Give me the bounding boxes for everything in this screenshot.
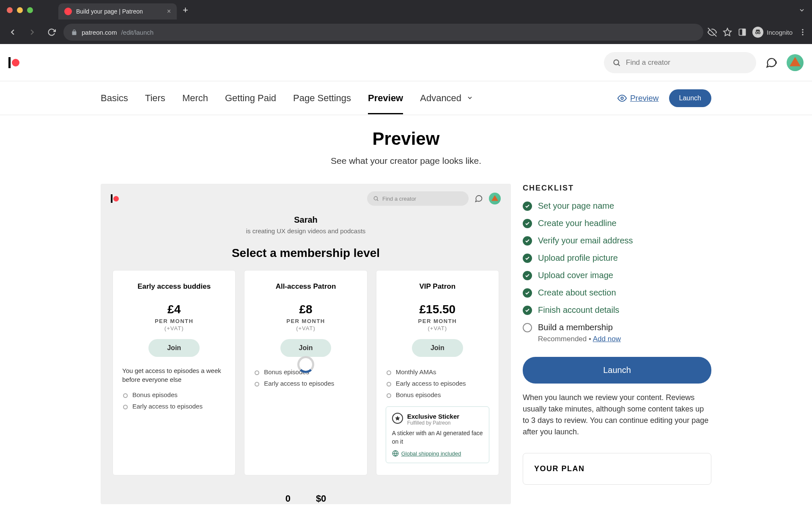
patreon-logo[interactable]	[8, 57, 19, 68]
checklist-label: Create your headline	[538, 218, 617, 228]
tab-preview[interactable]: Preview	[368, 83, 403, 114]
tab-tiers[interactable]: Tiers	[145, 83, 165, 114]
svg-point-12	[374, 196, 377, 200]
patreon-favicon	[64, 8, 72, 15]
checklist-label: Create about section	[538, 288, 616, 298]
svg-point-5	[758, 32, 760, 34]
benefit-item: Early access to episodes	[386, 378, 489, 389]
tier-period: PER MONTH	[254, 318, 357, 324]
empty-circle-icon	[523, 323, 532, 332]
extensions-icon[interactable]	[738, 28, 746, 36]
tabs-dropdown-icon[interactable]	[798, 7, 805, 14]
checklist-item: Set your page name	[523, 201, 711, 211]
check-icon	[523, 236, 532, 246]
star-icon[interactable]	[723, 28, 732, 37]
preview-search[interactable]: Find a creator	[367, 191, 469, 206]
maximize-window-button[interactable]	[27, 7, 33, 13]
browser-chrome: Build your page | Patreon × + patreon.co…	[0, 0, 812, 44]
pending-subtext: Recommended • Add now	[538, 335, 711, 343]
global-shipping-link[interactable]: Global shipping included	[392, 450, 483, 457]
svg-point-7	[802, 31, 803, 33]
tab-advanced[interactable]: Advanced	[420, 83, 473, 114]
menu-icon[interactable]	[798, 28, 807, 36]
check-icon	[523, 219, 532, 228]
search-icon	[373, 196, 379, 202]
preview-link[interactable]: Preview	[617, 94, 659, 103]
page-subtitle: See what your creator page looks like.	[101, 156, 711, 166]
minimize-window-button[interactable]	[17, 7, 23, 13]
svg-point-6	[802, 29, 803, 30]
tab-basics[interactable]: Basics	[101, 83, 128, 114]
tier-period: PER MONTH	[122, 318, 226, 324]
select-membership-title: Select a membership level	[101, 246, 511, 260]
tab-getting-paid[interactable]: Getting Paid	[225, 83, 276, 114]
browser-tab[interactable]: Build your page | Patreon ×	[58, 3, 177, 19]
merch-title: Exclusive Sticker	[407, 413, 459, 420]
preview-panel: Find a creator Sarah is creating UX desi…	[101, 184, 511, 504]
app-header	[0, 44, 812, 81]
incognito-label: Incognito	[767, 29, 793, 36]
svg-point-4	[756, 32, 758, 34]
launch-button-large[interactable]: Launch	[523, 357, 711, 384]
tier-period: PER MONTH	[386, 318, 489, 324]
preview-avatar[interactable]	[489, 193, 501, 204]
svg-rect-3	[743, 29, 746, 36]
user-avatar[interactable]	[787, 54, 804, 71]
preview-messages-icon[interactable]	[475, 194, 483, 203]
back-button[interactable]	[5, 25, 20, 40]
check-icon	[523, 202, 532, 211]
search-icon	[612, 58, 621, 67]
preview-link-label: Preview	[630, 94, 659, 103]
new-tab-button[interactable]: +	[183, 5, 188, 16]
merch-fulfilled: Fulfilled by Patreon	[407, 420, 459, 426]
loading-spinner-icon	[297, 356, 314, 373]
eye-icon	[617, 94, 627, 103]
messages-icon[interactable]	[765, 57, 777, 69]
preview-patreon-logo[interactable]	[111, 194, 119, 203]
join-button[interactable]: Join	[280, 339, 332, 357]
tab-merch[interactable]: Merch	[182, 83, 208, 114]
forward-button[interactable]	[25, 25, 40, 40]
tier-price: £4	[122, 303, 226, 316]
browser-right-icons: Incognito	[708, 27, 807, 38]
benefit-item: Monthly AMAs	[386, 366, 489, 378]
close-window-button[interactable]	[7, 7, 13, 13]
benefit-item: Early access to episodes	[122, 400, 226, 412]
join-button[interactable]: Join	[148, 339, 200, 357]
url-host: patreon.com	[82, 29, 117, 36]
tab-page-settings[interactable]: Page Settings	[293, 83, 351, 114]
checklist-item: Upload cover image	[523, 271, 711, 280]
stat-patrons: 0	[285, 493, 291, 504]
checklist-item: Create your headline	[523, 218, 711, 228]
check-icon	[523, 306, 532, 315]
close-tab-icon[interactable]: ×	[167, 8, 171, 15]
checklist-item: Verify your email address	[523, 236, 711, 246]
check-icon	[523, 254, 532, 263]
titlebar: Build your page | Patreon × +	[0, 0, 812, 20]
checklist-label: Upload profile picture	[538, 253, 618, 263]
url-path: /edit/launch	[121, 29, 154, 36]
tier-description: You get access to episodes a week before…	[122, 366, 226, 384]
add-now-link[interactable]: Add now	[593, 335, 621, 343]
tier-vat: (+VAT)	[386, 325, 489, 331]
merch-box: Exclusive Sticker Fulfilled by Patreon A…	[386, 406, 489, 463]
preview-search-placeholder: Find a creator	[382, 196, 416, 202]
url-field[interactable]: patreon.com/edit/launch	[63, 24, 703, 41]
incognito-icon	[752, 27, 763, 38]
launch-note: When you launch we review your content. …	[523, 392, 711, 438]
tier-vat: (+VAT)	[254, 325, 357, 331]
svg-point-8	[802, 34, 803, 35]
tier-card-all-access: All-access Patron £8 PER MONTH (+VAT) Jo…	[244, 270, 367, 475]
eye-off-icon[interactable]	[708, 28, 717, 37]
svg-line-13	[377, 200, 379, 201]
reload-button[interactable]	[44, 25, 59, 40]
tier-benefits: Monthly AMAs Early access to episodes Bo…	[386, 366, 489, 400]
search-input[interactable]	[626, 58, 748, 67]
checklist-label: Upload cover image	[538, 271, 613, 280]
svg-line-10	[618, 64, 620, 66]
svg-point-9	[614, 60, 619, 65]
join-button[interactable]: Join	[412, 339, 463, 357]
search-field[interactable]	[604, 52, 756, 73]
launch-button-small[interactable]: Launch	[669, 89, 712, 107]
incognito-badge[interactable]: Incognito	[752, 27, 793, 38]
